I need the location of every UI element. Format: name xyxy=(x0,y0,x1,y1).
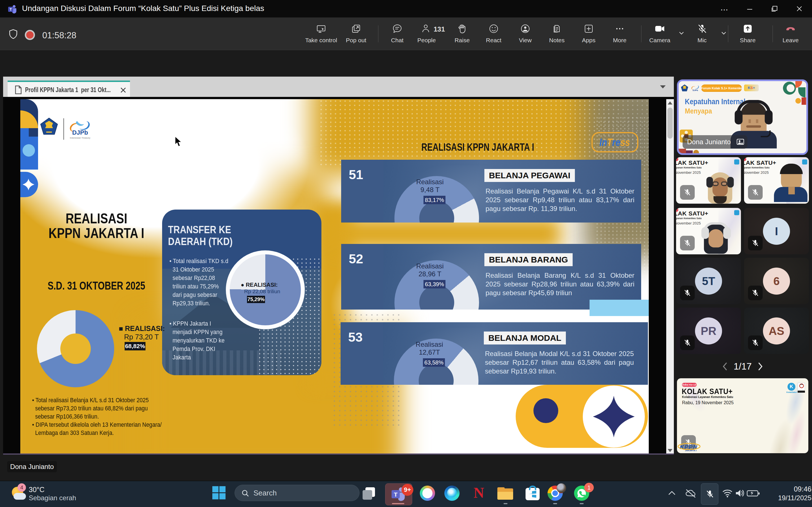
svg-text:Indonesian Treasury: Indonesian Treasury xyxy=(70,136,91,139)
svg-text:DJPb: DJPb xyxy=(72,129,88,136)
svg-text:T: T xyxy=(394,491,398,498)
svg-text:T: T xyxy=(10,7,12,11)
svg-text:DJPb: DJPb xyxy=(693,89,698,92)
